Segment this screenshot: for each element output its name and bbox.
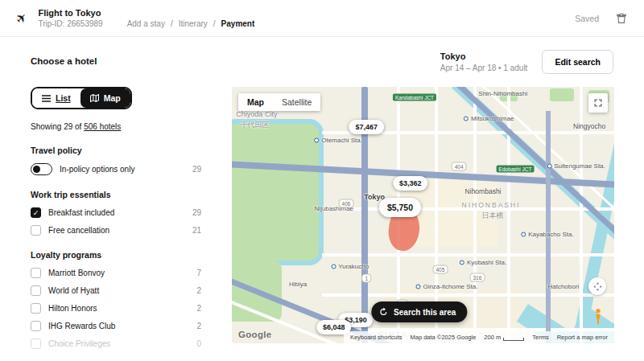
subheader: Choose a hotel Tokyo Apr 14 – Apr 18 • 1…: [0, 37, 644, 79]
trash-icon[interactable]: [615, 12, 628, 25]
park-area: [550, 88, 574, 101]
in-policy-toggle-row[interactable]: In-policy options only 29: [31, 163, 201, 175]
map-type-map-button[interactable]: Map: [238, 93, 273, 111]
filter-option-label: Free cancellation: [48, 226, 109, 235]
map-scale-label: 200 m: [484, 334, 501, 341]
trip-title: Flight to Tokyo: [38, 8, 102, 18]
road-number-badge: 316: [470, 273, 485, 282]
map-label: Otemachi Sta.: [314, 137, 362, 144]
map-view-button[interactable]: Map: [80, 88, 130, 108]
map-label: Chiyoda City: [236, 110, 277, 118]
breadcrumb: Add a stay/Itinerary/Payment: [127, 19, 255, 28]
map-type-satellite-button[interactable]: Satellite: [273, 93, 320, 111]
travel-policy-heading: Travel policy: [31, 146, 201, 155]
travel-policy-section: Travel policy In-policy options only 29: [31, 146, 201, 175]
filter-sidebar: List Map Showing 29 of 506 hotels Travel…: [31, 87, 201, 361]
checkbox[interactable]: [31, 338, 41, 349]
top-header: ✈ Flight to Tokyo Trip-ID: 26653989 Add …: [0, 0, 644, 37]
page-title: Choose a hotel: [31, 56, 97, 66]
map-label: 千代田区: [241, 120, 270, 130]
pan-control[interactable]: [588, 277, 606, 295]
breadcrumb-item[interactable]: Add a stay: [127, 19, 165, 28]
view-toggle: List Map: [31, 87, 132, 109]
checkbox[interactable]: [31, 321, 41, 331]
map-attribution: Keyboard shortcuts Map data ©2025 Google…: [344, 331, 614, 343]
metro-icon: [547, 163, 551, 168]
results-summary: Showing 29 of 506 hotels: [31, 122, 201, 131]
map-data-credit: Map data ©2025 Google: [411, 334, 477, 341]
map-label: Ningyocho: [573, 122, 605, 130]
keyboard-shortcuts-link[interactable]: Keyboard shortcuts: [350, 334, 402, 341]
filter-option-row[interactable]: Free cancellation21: [31, 225, 201, 236]
saved-status: Saved: [575, 14, 599, 23]
search-summary: Tokyo Apr 14 – Apr 18 • 1 adult Edit sea…: [440, 50, 613, 74]
hotel-price-marker[interactable]: $7,467: [349, 120, 384, 134]
checkbox[interactable]: ✓: [31, 207, 41, 218]
in-policy-count: 29: [192, 165, 201, 174]
search-this-area-button[interactable]: Search this area: [371, 302, 467, 322]
list-view-label: List: [56, 93, 71, 103]
loyalty-list: Marriott Bonvoy7World of Hyatt2Hilton Ho…: [31, 268, 201, 349]
road-number-badge: 406: [339, 199, 354, 208]
topbar-right: Saved: [575, 12, 628, 25]
edit-search-button[interactable]: Edit search: [542, 50, 613, 74]
checkbox[interactable]: [31, 303, 41, 314]
loyalty-section: Loyalty programs Marriott Bonvoy7World o…: [31, 250, 201, 349]
breadcrumb-separator: /: [213, 19, 216, 28]
checkbox[interactable]: [31, 268, 41, 278]
filter-option-label: Hilton Honors: [48, 304, 97, 313]
checkbox[interactable]: [31, 285, 41, 296]
report-map-error-link[interactable]: Report a map error: [557, 334, 608, 341]
pan-arrows-icon: [592, 281, 603, 292]
breadcrumb-separator: /: [171, 19, 173, 28]
list-view-button[interactable]: List: [32, 88, 80, 108]
breadcrumb-item[interactable]: Payment: [221, 19, 255, 28]
filter-option-row[interactable]: World of Hyatt2: [31, 285, 201, 296]
fullscreen-button[interactable]: [588, 93, 608, 113]
map-label: Kandabashi JCT: [393, 94, 436, 101]
filter-option-row[interactable]: Choice Privileges0: [31, 338, 201, 349]
highway-line: [546, 111, 551, 343]
map-label: NIHONBASHI: [462, 201, 521, 209]
filter-option-row[interactable]: IHG Rewards Club2: [31, 321, 201, 331]
pegman-icon[interactable]: [592, 308, 608, 327]
hotel-price-marker[interactable]: $5,750: [379, 198, 421, 217]
checkbox[interactable]: [31, 225, 41, 236]
map-label: Shin-Nihombashi: [478, 89, 527, 96]
destination-block: Tokyo Apr 14 – Apr 18 • 1 adult: [440, 51, 528, 72]
map-label: Mitsukoshimae: [464, 114, 514, 121]
hotel-price-marker[interactable]: $3,362: [393, 176, 428, 191]
loyalty-heading: Loyalty programs: [31, 250, 201, 260]
in-policy-toggle[interactable]: [31, 163, 52, 175]
road-number-badge: 404: [452, 162, 467, 170]
imperial-palace-park-area: [232, 119, 324, 265]
map-label: Hibiya: [289, 280, 307, 287]
map-canvas[interactable]: Shin-NihombashiNingyochoChiyoda City千代田区…: [232, 87, 614, 343]
metro-icon: [521, 232, 526, 237]
filter-option-label: IHG Rewards Club: [48, 322, 115, 330]
map-scale: 200 m: [484, 334, 524, 341]
terms-link[interactable]: Terms: [532, 334, 548, 341]
map-label: Kayabacho Sta.: [521, 231, 573, 238]
street-line: [507, 87, 510, 343]
filter-option-count: 2: [196, 322, 201, 330]
filter-option-label: Marriott Bonvoy: [48, 269, 105, 277]
search-this-area-label: Search this area: [394, 308, 456, 317]
filter-option-row[interactable]: Hilton Honors2: [31, 303, 201, 314]
results-total-link[interactable]: 506 hotels: [84, 122, 121, 131]
google-logo[interactable]: Google: [238, 330, 271, 339]
road-number-badge: 1: [361, 273, 371, 282]
metro-icon: [331, 264, 336, 269]
map-label: Kyobashi Sta.: [460, 258, 506, 265]
filter-option-row[interactable]: Marriott Bonvoy7: [31, 268, 201, 278]
filter-option-count: 29: [192, 208, 201, 217]
trip-meta: Flight to Tokyo Trip-ID: 26653989: [38, 8, 102, 28]
breadcrumb-item[interactable]: Itinerary: [179, 19, 208, 28]
metro-icon: [415, 284, 420, 289]
map-label: Hatchobori: [547, 282, 579, 289]
map-icon: [90, 94, 99, 102]
refresh-icon: [378, 307, 388, 317]
essentials-heading: Work trip essentials: [31, 190, 201, 199]
filter-option-row[interactable]: ✓Breakfast included29: [31, 207, 201, 218]
essentials-section: Work trip essentials ✓Breakfast included…: [31, 190, 201, 236]
